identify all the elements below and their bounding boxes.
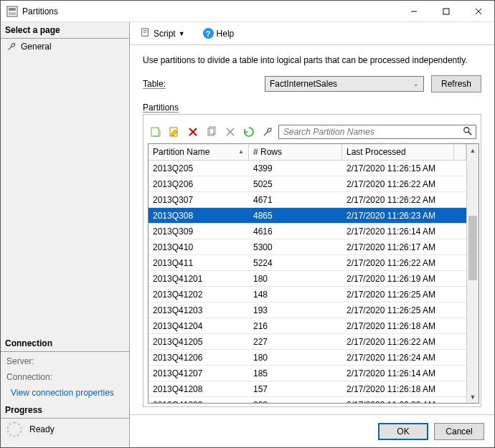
svg-rect-13: [151, 128, 159, 136]
table-row[interactable]: 2013Q412071852/17/2020 11:26:14 AM: [148, 366, 466, 381]
cell-last: 2/17/2020 11:26:14 AM: [342, 227, 466, 237]
cell-last: 2/17/2020 11:26:25 AM: [342, 305, 466, 315]
description-text: Use partitions to divide a table into lo…: [143, 55, 481, 65]
cell-name: 2013Q308: [148, 211, 249, 221]
table-row[interactable]: 2013Q30848652/17/2020 11:26:23 AM: [148, 208, 466, 224]
cell-rows: 4865: [249, 211, 342, 221]
connection-label: Connection:: [1, 368, 129, 383]
table-row[interactable]: 2013Q412061802/17/2020 11:26:24 AM: [148, 350, 466, 366]
copy-partition-button[interactable]: [204, 125, 220, 139]
cell-last: 2/17/2020 11:26:24 AM: [342, 353, 466, 363]
merge-partition-button[interactable]: [222, 125, 238, 139]
cell-last: 2/17/2020 11:26:23 AM: [342, 211, 466, 221]
cancel-button[interactable]: Cancel: [434, 423, 484, 440]
cell-name: 2013Q41202: [148, 290, 249, 300]
table-row[interactable]: 2013Q412052272/17/2020 11:26:22 AM: [148, 334, 466, 350]
column-header-last[interactable]: Last Processed: [342, 144, 454, 160]
select-page-header: Select a page: [1, 22, 129, 39]
edit-partition-button[interactable]: [166, 125, 182, 139]
script-dropdown[interactable]: Script ▼: [137, 25, 189, 42]
vertical-scrollbar[interactable]: ▲ ▼: [466, 144, 478, 403]
table-row[interactable]: 2013Q20650252/17/2020 11:26:22 AM: [148, 176, 466, 192]
cell-name: 2013Q41206: [148, 353, 249, 363]
table-row[interactable]: 2013Q30746712/17/2020 11:26:22 AM: [148, 192, 466, 208]
cell-name: 2013Q205: [148, 163, 249, 173]
table-row[interactable]: 2013Q30946162/17/2020 11:26:14 AM: [148, 224, 466, 239]
sidebar-item-general[interactable]: General: [1, 39, 129, 54]
cell-rows: 5025: [249, 179, 342, 189]
cell-name: 2013Q411: [148, 258, 249, 268]
table-row[interactable]: 2013Q412042162/17/2020 11:26:18 AM: [148, 318, 466, 334]
cell-last: 2/17/2020 11:26:18 AM: [342, 384, 466, 394]
cell-last: 2/17/2020 11:26:25 AM: [342, 290, 466, 300]
cell-last: 2/17/2020 11:26:22 AM: [342, 179, 466, 189]
script-icon: [141, 27, 151, 39]
scroll-thumb[interactable]: [468, 216, 477, 280]
progress-header: Progress: [1, 402, 129, 419]
table-label: Table:: [143, 79, 258, 89]
svg-line-20: [468, 131, 471, 134]
minimize-button[interactable]: [397, 1, 430, 22]
cell-rows: 5300: [249, 242, 342, 252]
column-header-rows[interactable]: # Rows: [249, 144, 342, 160]
cell-name: 2013Q41207: [148, 368, 249, 378]
close-button[interactable]: [462, 1, 494, 22]
script-label: Script: [154, 29, 176, 39]
app-icon: [6, 6, 18, 17]
svg-point-19: [464, 127, 469, 132]
cell-last: 2/17/2020 11:26:14 AM: [342, 368, 466, 378]
cell-last: 2/17/2020 11:26:22 AM: [342, 258, 466, 268]
search-field[interactable]: [278, 125, 476, 139]
cell-last: 2/17/2020 11:26:22 AM: [342, 195, 466, 205]
cell-last: 2/17/2020 11:26:17 AM: [342, 242, 466, 252]
cell-rows: 5224: [249, 258, 342, 268]
table-row[interactable]: 2013Q412021482/17/2020 11:26:25 AM: [148, 287, 466, 302]
table-row[interactable]: 2013Q41152242/17/2020 11:26:22 AM: [148, 255, 466, 271]
cell-last: 2/17/2020 11:26:22 AM: [342, 400, 466, 404]
maximize-button[interactable]: [430, 1, 462, 22]
svg-rect-2: [9, 12, 16, 15]
table-row[interactable]: 2013Q41053002/17/2020 11:26:17 AM: [148, 239, 466, 255]
cell-rows: 4616: [249, 227, 342, 237]
help-label: Help: [217, 29, 235, 39]
table-value: FactInternetSales: [270, 79, 337, 89]
dialog-footer: OK Cancel: [130, 414, 494, 447]
cell-name: 2013Q309: [148, 227, 249, 237]
process-partition-button[interactable]: [241, 125, 257, 139]
column-header-spacer: [454, 144, 466, 160]
cell-rows: 193: [249, 305, 342, 315]
sidebar: Select a page General Connection Server:…: [1, 22, 130, 447]
search-icon: [463, 126, 473, 138]
table-combobox[interactable]: FactInternetSales ⌄: [265, 76, 424, 92]
partitions-label: Partitions: [143, 103, 481, 113]
cell-rows: 216: [249, 321, 342, 331]
search-input[interactable]: [282, 126, 463, 138]
refresh-button[interactable]: Refresh: [431, 75, 481, 92]
delete-partition-button[interactable]: [185, 125, 201, 139]
help-button[interactable]: ? Help: [203, 28, 235, 39]
cell-name: 2013Q307: [148, 195, 249, 205]
table-row[interactable]: 2013Q412092282/17/2020 11:26:22 AM: [148, 397, 466, 403]
column-header-name[interactable]: Partition Name: [148, 144, 249, 160]
chevron-down-icon: ⌄: [413, 80, 419, 87]
cell-rows: 227: [249, 337, 342, 347]
table-row[interactable]: 2013Q412031932/17/2020 11:26:25 AM: [148, 302, 466, 318]
scroll-down-button[interactable]: ▼: [467, 391, 478, 403]
new-partition-button[interactable]: [148, 125, 164, 139]
cell-name: 2013Q41209: [148, 400, 249, 404]
cell-last: 2/17/2020 11:26:18 AM: [342, 321, 466, 331]
properties-button[interactable]: [260, 125, 275, 139]
table-row[interactable]: 2013Q412011802/17/2020 11:26:19 AM: [148, 271, 466, 287]
table-row[interactable]: 2013Q412081572/17/2020 11:26:18 AM: [148, 381, 466, 397]
cell-rows: 4671: [249, 195, 342, 205]
view-connection-properties-link[interactable]: View connection properties: [1, 383, 129, 402]
table-row[interactable]: 2013Q20543992/17/2020 11:26:15 AM: [148, 161, 466, 176]
svg-rect-1: [9, 8, 16, 11]
cell-rows: 185: [249, 368, 342, 378]
titlebar: Partitions: [1, 1, 494, 22]
help-icon: ?: [203, 28, 214, 39]
scroll-up-button[interactable]: ▲: [467, 144, 478, 156]
svg-rect-4: [443, 9, 449, 14]
ok-button[interactable]: OK: [378, 423, 428, 440]
sidebar-item-label: General: [21, 42, 52, 52]
